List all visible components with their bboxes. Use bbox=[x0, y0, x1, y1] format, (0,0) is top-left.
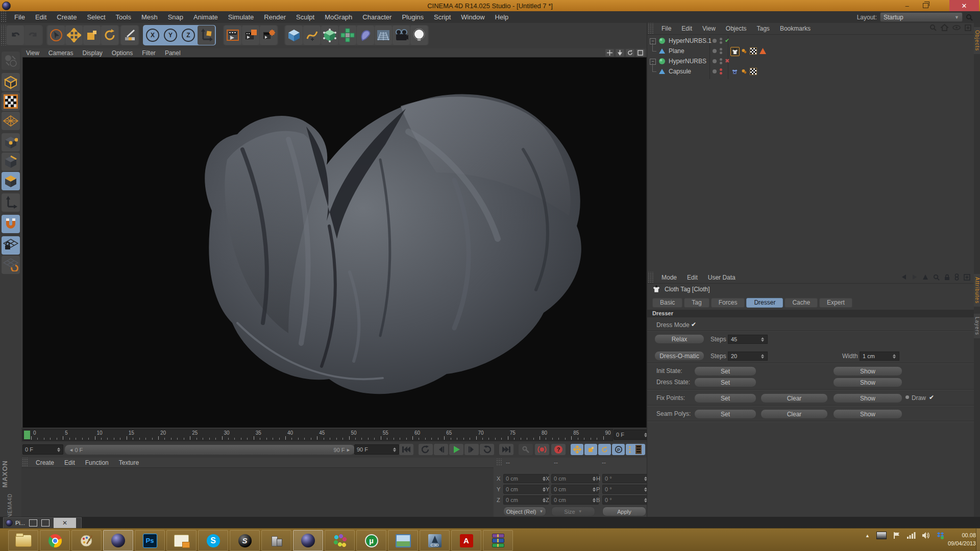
coordinate-system-button[interactable] bbox=[198, 26, 215, 45]
menu-item[interactable]: Create bbox=[52, 11, 82, 23]
material-menu-item[interactable]: Edit bbox=[59, 459, 80, 466]
menu-item[interactable]: Window bbox=[456, 11, 489, 23]
key-scale-button[interactable] bbox=[584, 444, 597, 455]
viewport-menu-item[interactable]: Options bbox=[107, 49, 137, 57]
goto-end-button[interactable] bbox=[499, 444, 513, 455]
enable-axis-button[interactable] bbox=[2, 193, 20, 212]
tab[interactable]: Dresser bbox=[746, 298, 783, 308]
viewport-toggle-icon[interactable] bbox=[636, 49, 645, 57]
taskbar-winrar-icon[interactable] bbox=[483, 530, 513, 551]
key-position-button[interactable] bbox=[571, 444, 583, 455]
fix-points-set-button[interactable]: Set bbox=[694, 393, 756, 403]
history-forward-icon[interactable] bbox=[912, 274, 918, 280]
attribute-menu-item[interactable]: User Data bbox=[703, 274, 741, 281]
rotation-p-field[interactable]: 0 ° bbox=[602, 485, 650, 494]
lock-z-axis-button[interactable]: Z bbox=[180, 26, 197, 45]
goto-start-button[interactable] bbox=[399, 444, 413, 455]
object-menu-item[interactable]: Objects bbox=[721, 25, 752, 32]
object-menu-item[interactable]: View bbox=[697, 25, 721, 32]
add-light-button[interactable] bbox=[410, 26, 428, 45]
layer-dot-icon[interactable] bbox=[713, 59, 717, 63]
attribute-menu-item[interactable]: Mode bbox=[656, 274, 682, 281]
render-dot-icon[interactable] bbox=[720, 62, 722, 64]
dynamics-tag-icon[interactable] bbox=[740, 67, 748, 76]
add-spline-button[interactable] bbox=[303, 26, 321, 45]
menu-item[interactable]: Mesh bbox=[136, 11, 163, 23]
undo-button[interactable] bbox=[7, 26, 24, 45]
lock-x-axis-button[interactable]: X bbox=[144, 26, 161, 45]
viewport-menu-item[interactable]: Display bbox=[78, 49, 107, 57]
show-desktop-button[interactable] bbox=[976, 529, 980, 551]
menu-item[interactable]: Select bbox=[82, 11, 110, 23]
collapse-icon[interactable]: − bbox=[650, 59, 656, 65]
menu-item[interactable]: Animate bbox=[188, 11, 223, 23]
add-hypernurbs-button[interactable] bbox=[321, 26, 338, 45]
draw-checkbox[interactable]: ✔ bbox=[929, 394, 934, 401]
object-row-capsule[interactable]: Capsule bbox=[647, 66, 974, 77]
taskbar-file-explorer-icon[interactable] bbox=[8, 530, 38, 551]
tab[interactable]: Forces bbox=[711, 298, 745, 308]
taskbar-cinema4d-icon[interactable] bbox=[103, 530, 133, 551]
lock-workplane-button[interactable] bbox=[2, 236, 20, 255]
render-dot-icon[interactable] bbox=[720, 41, 722, 44]
material-menu-item[interactable]: Texture bbox=[114, 459, 144, 466]
polygons-mode-button[interactable] bbox=[2, 172, 20, 190]
history-back-icon[interactable] bbox=[901, 274, 907, 280]
cloth-tag-icon[interactable] bbox=[730, 47, 740, 56]
add-deformer-button[interactable] bbox=[357, 26, 374, 45]
layer-dot-icon[interactable] bbox=[713, 49, 717, 53]
workplane-mode-button[interactable] bbox=[2, 112, 20, 130]
render-dot-icon[interactable] bbox=[720, 52, 722, 54]
timeline-mode-button[interactable] bbox=[631, 444, 645, 455]
autokey-button[interactable] bbox=[535, 444, 549, 455]
search-icon[interactable] bbox=[929, 24, 937, 31]
apply-button[interactable]: Apply bbox=[602, 507, 646, 516]
material-grip[interactable] bbox=[21, 458, 28, 467]
taskbar-skype-icon[interactable]: S bbox=[198, 530, 228, 551]
visibility-dot-icon[interactable] bbox=[720, 68, 722, 71]
points-mode-button[interactable] bbox=[2, 133, 20, 152]
range-end-field[interactable]: 90 F bbox=[354, 444, 399, 455]
object-name[interactable]: HyperNURBS.1 bbox=[669, 37, 712, 44]
render-to-picture-viewer-button[interactable] bbox=[242, 26, 259, 45]
layer-dot-icon[interactable] bbox=[713, 69, 717, 73]
menu-item[interactable]: Help bbox=[490, 11, 514, 23]
render-settings-button[interactable] bbox=[260, 26, 277, 45]
timeline-ruler[interactable]: 051015202530354045505560657075808590 bbox=[22, 429, 613, 441]
object-grip[interactable] bbox=[647, 23, 653, 34]
next-key-button[interactable] bbox=[480, 444, 494, 455]
edges-mode-button[interactable] bbox=[2, 153, 20, 171]
close-button[interactable]: ✕ bbox=[949, 0, 979, 11]
relax-steps-field[interactable]: 45 bbox=[728, 335, 768, 344]
coord-mode-dropdown[interactable]: Object (Rel)▼ bbox=[503, 507, 546, 516]
dynamics-tag-icon[interactable] bbox=[740, 47, 748, 55]
attribute-menu-item[interactable]: Edit bbox=[682, 274, 703, 281]
layer-dot-icon[interactable] bbox=[713, 39, 717, 43]
width-field[interactable]: 1 cm bbox=[860, 352, 899, 361]
convert-object-button[interactable] bbox=[2, 52, 20, 70]
brush-tool-button[interactable] bbox=[121, 26, 138, 45]
fix-points-show-button[interactable]: Show bbox=[833, 393, 902, 403]
tray-date[interactable]: 09/04/2013 bbox=[948, 539, 976, 547]
next-frame-button[interactable] bbox=[464, 444, 479, 455]
add-icon[interactable] bbox=[964, 274, 970, 281]
search-icon[interactable] bbox=[933, 274, 940, 281]
taskbar-civil3d-icon[interactable]: C3D bbox=[420, 530, 450, 551]
key-parameter-button[interactable]: P bbox=[612, 444, 625, 455]
position-y-field[interactable]: 0 cm bbox=[503, 485, 549, 494]
visibility-dot-icon[interactable] bbox=[720, 48, 722, 51]
rotation-b-field[interactable]: 0 ° bbox=[602, 495, 650, 505]
collider-tag-icon[interactable] bbox=[730, 67, 739, 76]
tray-volume-icon[interactable] bbox=[922, 532, 930, 539]
taskbar-paint-icon[interactable] bbox=[71, 530, 102, 551]
object-row-plane[interactable]: Plane bbox=[647, 46, 974, 56]
help-button[interactable]: ? bbox=[551, 444, 566, 455]
add-camera-button[interactable] bbox=[393, 26, 410, 45]
layout-dropdown[interactable]: Startup ▼ bbox=[880, 12, 963, 22]
add-icon[interactable] bbox=[965, 24, 971, 31]
dress-state-show-button[interactable]: Show bbox=[833, 378, 902, 387]
material-menu-item[interactable]: Create bbox=[31, 459, 59, 466]
menu-item[interactable]: File bbox=[9, 11, 30, 23]
phong-tag-icon[interactable] bbox=[749, 47, 757, 55]
size-x-field[interactable]: 0 cm bbox=[551, 474, 599, 483]
